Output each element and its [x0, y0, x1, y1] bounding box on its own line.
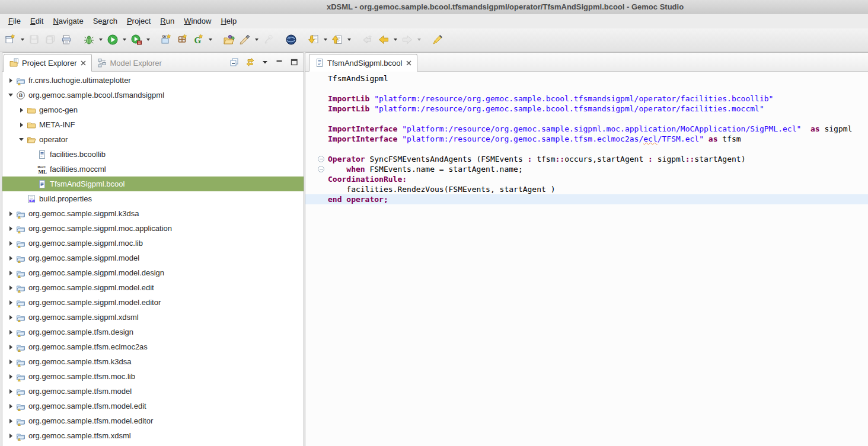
coverage-button[interactable]: [128, 32, 144, 48]
link-with-editor-button[interactable]: [245, 57, 255, 67]
collapsed-arrow-icon[interactable]: [17, 108, 26, 113]
tree-item-org-gemoc-sample-tfsm-xdsml[interactable]: org.gemoc.sample.tfsm.xdsml: [2, 428, 304, 443]
tree-item-org-gemoc-sample-tfsm-model[interactable]: org.gemoc.sample.tfsm.model: [2, 384, 304, 399]
menu-item-run[interactable]: Run: [155, 15, 179, 27]
menu-item-project[interactable]: Project: [122, 15, 155, 27]
back-button[interactable]: [375, 32, 391, 48]
expanded-arrow-icon[interactable]: [17, 138, 26, 141]
tab-project-explorer[interactable]: Project Explorer: [4, 54, 92, 72]
expanded-arrow-icon[interactable]: [6, 94, 15, 97]
dropdown-arrow-icon: [209, 38, 212, 41]
model-explorer-icon: [97, 58, 107, 68]
file-icon: [37, 179, 47, 189]
collapsed-arrow-icon[interactable]: [6, 404, 15, 409]
tree-item-org-gemoc-sample-sigpml-xdsml[interactable]: org.gemoc.sample.sigpml.xdsml: [2, 310, 304, 325]
tree-item-tfsmandsigpml-bcool[interactable]: TfsmAndSigpml.bcool: [2, 177, 304, 191]
browser-button[interactable]: [283, 32, 299, 48]
collapsed-arrow-icon[interactable]: [6, 211, 15, 216]
tree-item-facilities-bcoollib[interactable]: facilities.bcoollib: [2, 147, 304, 162]
tree-item-org-gemoc-sample-tfsm-design[interactable]: org.gemoc.sample.tfsm.design: [2, 325, 304, 339]
collapsed-arrow-icon[interactable]: [6, 285, 15, 290]
fold-minus-icon[interactable]: [318, 166, 324, 172]
code-editor[interactable]: TfsmAndSigpmlImportLib "platform:/resour…: [305, 72, 868, 446]
minimize-button[interactable]: [275, 58, 283, 66]
tab-tfsmandsigpml-bcool[interactable]: TfsmAndSigpml.bcool: [309, 54, 417, 72]
collapsed-arrow-icon[interactable]: [6, 78, 15, 83]
tree-item-org-gemoc-sample-sigpml-model[interactable]: org.gemoc.sample.sigpml.model: [2, 251, 304, 265]
menu-item-search[interactable]: Search: [88, 15, 122, 27]
tree-item-org-gemoc-sample-sigpml-k3dsa[interactable]: org.gemoc.sample.sigpml.k3dsa: [2, 206, 304, 221]
debug-dropdown[interactable]: [97, 32, 104, 48]
prev-annotation-dropdown[interactable]: [345, 32, 353, 48]
tree-item-org-gemoc-sample-tfsm-eclmoc2as[interactable]: org.gemoc.sample.tfsm.eclmoc2as: [2, 339, 304, 354]
collapsed-arrow-icon[interactable]: [6, 256, 15, 261]
new-plugin-button[interactable]: [174, 32, 190, 48]
new-diagram-button[interactable]: Gr: [158, 32, 174, 48]
new-wizard-dropdown[interactable]: [18, 32, 26, 48]
tree-item-fr-cnrs-luchogie-ultimateplotter[interactable]: fr.cnrs.luchogie.ultimateplotter: [2, 73, 304, 88]
maximize-button[interactable]: [290, 58, 298, 66]
tree-item-gemoc-gen[interactable]: gemoc-gen: [2, 102, 304, 117]
menu-item-file[interactable]: File: [4, 15, 25, 27]
close-icon[interactable]: [81, 60, 86, 66]
tree-item-meta-inf[interactable]: META-INF: [2, 117, 304, 132]
tree-item-org-gemoc-sample-sigpml-moc-application[interactable]: org.gemoc.sample.sigpml.moc.application: [2, 221, 304, 236]
code-line: ImportInterface "platform:/resource/org.…: [305, 124, 868, 134]
back-dropdown[interactable]: [391, 32, 399, 48]
menu-item-navigate[interactable]: Navigate: [48, 15, 88, 27]
next-annotation-dropdown[interactable]: [321, 32, 329, 48]
collapsed-arrow-icon[interactable]: [6, 374, 15, 379]
tree-item-org-gemoc-sample-sigpml-model-design[interactable]: org.gemoc.sample.sigpml.model.design: [2, 265, 304, 280]
collapsed-arrow-icon[interactable]: [6, 226, 15, 231]
view-menu-button[interactable]: [261, 59, 269, 66]
debug-button[interactable]: [81, 32, 97, 48]
title-bar[interactable]: xDSML - org.gemoc.sample.bcool.tfsmandsi…: [0, 0, 868, 14]
collapsed-arrow-icon[interactable]: [6, 419, 15, 423]
collapsed-arrow-icon[interactable]: [6, 389, 15, 394]
print-icon: [60, 34, 72, 46]
menu-item-edit[interactable]: Edit: [25, 15, 48, 27]
tree-item-org-gemoc-sample-sigpml-moc-lib[interactable]: org.gemoc.sample.sigpml.moc.lib: [2, 236, 304, 251]
forward-dropdown[interactable]: [415, 32, 423, 48]
tree-item-org-gemoc-sample-sigpml-model-editor[interactable]: org.gemoc.sample.sigpml.model.editor: [2, 295, 304, 310]
collapsed-arrow-icon[interactable]: [17, 123, 26, 127]
collapsed-arrow-icon[interactable]: [6, 330, 15, 335]
tree-item-org-gemoc-sample-tfsm-moc-lib[interactable]: org.gemoc.sample.tfsm.moc.lib: [2, 369, 304, 384]
tree-item-org-gemoc-sample-sigpml-model-edit[interactable]: org.gemoc.sample.sigpml.model.edit: [2, 280, 304, 295]
new-wizard-button[interactable]: [2, 32, 18, 48]
collapsed-arrow-icon[interactable]: [6, 434, 15, 438]
collapsed-arrow-icon[interactable]: [6, 300, 15, 305]
project-icon: [15, 239, 25, 248]
collapse-all-button[interactable]: [229, 57, 239, 67]
menu-item-help[interactable]: Help: [216, 15, 241, 27]
tree-item-org-gemoc-sample-bcool-tfsmandsigpml[interactable]: Borg.gemoc.sample.bcool.tfsmandsigpml: [2, 88, 304, 102]
paintbrush-dropdown[interactable]: [253, 32, 260, 48]
tree-item-build-properties[interactable]: 010build.properties: [2, 191, 304, 206]
print-button[interactable]: [58, 32, 74, 48]
collapsed-arrow-icon[interactable]: [6, 271, 15, 275]
tree-item-org-gemoc-sample-tfsm-model-edit[interactable]: org.gemoc.sample.tfsm.model.edit: [2, 399, 304, 413]
open-model-button[interactable]: [221, 32, 237, 48]
highlight-marker-button[interactable]: [429, 32, 445, 48]
close-icon[interactable]: [406, 60, 411, 66]
collapsed-arrow-icon[interactable]: [6, 345, 15, 349]
new-gemoc-button[interactable]: G: [190, 32, 206, 48]
tree-item-org-gemoc-sample-tfsm-k3dsa[interactable]: org.gemoc.sample.tfsm.k3dsa: [2, 354, 304, 369]
collapsed-arrow-icon[interactable]: [6, 360, 15, 364]
run-icon: [107, 34, 119, 46]
tree-item-operator[interactable]: operator: [2, 132, 304, 147]
run-button[interactable]: [104, 32, 120, 48]
coverage-dropdown[interactable]: [144, 32, 152, 48]
collapsed-arrow-icon[interactable]: [6, 241, 15, 246]
tab-model-explorer[interactable]: Model Explorer: [92, 54, 167, 71]
tree-item-facilities-moccml[interactable]: MocCMLfacilities.moccml: [2, 162, 304, 177]
next-annotation-button[interactable]: [305, 32, 321, 48]
prev-annotation-button[interactable]: [329, 32, 345, 48]
paintbrush-button[interactable]: [237, 32, 253, 48]
fold-minus-icon[interactable]: [318, 156, 324, 162]
new-gemoc-dropdown[interactable]: [206, 32, 214, 48]
tree-item-org-gemoc-sample-tfsm-model-editor[interactable]: org.gemoc.sample.tfsm.model.editor: [2, 413, 304, 428]
menu-item-window[interactable]: Window: [179, 15, 216, 27]
run-dropdown[interactable]: [120, 32, 128, 48]
collapsed-arrow-icon[interactable]: [6, 315, 15, 320]
